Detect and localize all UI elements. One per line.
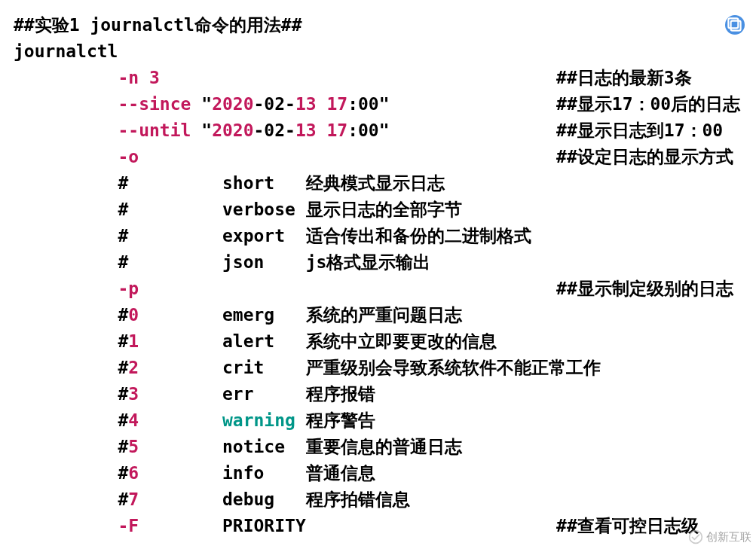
watermark-text: 创新互联 — [706, 530, 751, 544]
copy-icon[interactable] — [725, 15, 745, 35]
svg-rect-0 — [731, 21, 741, 31]
code-block: ##实验1 journalctl命令的用法## journalctl -n 3 … — [0, 0, 756, 539]
svg-point-2 — [690, 531, 702, 544]
svg-rect-1 — [728, 18, 738, 28]
watermark: 创新互联 — [688, 529, 751, 544]
